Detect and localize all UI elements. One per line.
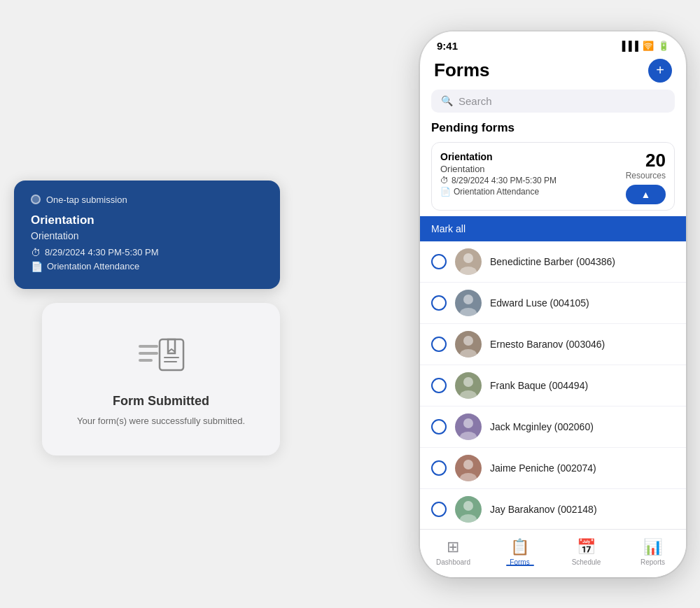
dashboard-nav-icon: ⊞ (447, 538, 459, 556)
status-bar: 9:41 ▐▐▐ 🛜 🔋 (420, 31, 686, 56)
signal-icon: ▐▐▐ (619, 41, 638, 51)
person-checkbox[interactable] (431, 337, 447, 352)
svg-rect-3 (160, 339, 183, 370)
page-title: Forms (434, 59, 489, 81)
person-name: Benedictine Barber (004386) (490, 256, 615, 267)
blue-dot-icon (31, 195, 41, 204)
status-icons: ▐▐▐ 🛜 🔋 (619, 41, 669, 51)
person-name: Jaime Peniche (002074) (490, 462, 596, 474)
reports-nav-label: Reports (640, 558, 665, 566)
person-item[interactable]: Benedictine Barber (004386) (420, 241, 686, 283)
svg-point-13 (460, 349, 477, 358)
svg-point-20 (463, 501, 473, 511)
reports-nav-icon: 📊 (643, 538, 662, 556)
collapse-button[interactable]: ▲ (626, 185, 666, 204)
schedule-nav-icon: 📅 (577, 538, 596, 556)
pending-card-title: Orientation (440, 151, 556, 162)
status-time: 9:41 (437, 40, 458, 52)
blue-card-datetime: 8/29/2024 4:30 PM-5:30 PM (45, 247, 159, 257)
search-bar[interactable]: 🔍 Search (431, 90, 675, 113)
wifi-icon: 🛜 (643, 41, 654, 51)
bottom-nav: ⊞ Dashboard 📋 Forms 📅 Schedule 📊 Reports (420, 529, 686, 577)
avatar (455, 248, 482, 275)
avatar (455, 290, 482, 316)
search-input[interactable]: Search (458, 95, 492, 107)
nav-item-schedule[interactable]: 📅 Schedule (553, 535, 620, 566)
person-list: Benedictine Barber (004386) Edward Luse … (420, 241, 686, 529)
svg-point-15 (460, 390, 477, 399)
submitted-card: Form Submitted Your form(s) were success… (42, 303, 280, 456)
nav-item-dashboard[interactable]: ⊞ Dashboard (420, 535, 486, 566)
pending-card-subtitle: Orientation (440, 164, 556, 174)
pending-card-doc-row: 📄 Orientation Attendance (440, 187, 556, 197)
pending-card-right: 20 Resources ▲ (626, 151, 666, 204)
nav-item-reports[interactable]: 📊 Reports (620, 535, 686, 566)
pending-section-label: Pending forms (420, 121, 686, 142)
avatar (455, 331, 482, 358)
pending-card-doc-label: Orientation Attendance (454, 187, 539, 197)
person-checkbox[interactable] (431, 254, 447, 269)
mark-all-label: Mark all (431, 223, 465, 234)
avatar (455, 496, 482, 523)
svg-point-9 (460, 267, 477, 275)
clock-icon: ⏱ (31, 247, 41, 258)
avatar (455, 413, 482, 440)
svg-point-21 (460, 514, 477, 523)
phone-header: Forms + (420, 56, 686, 90)
pending-clock-icon: ⏱ (440, 176, 449, 185)
person-name: Ernesto Baranov (003046) (490, 339, 605, 350)
person-name: Jay Barakanov (002148) (490, 504, 597, 515)
blue-card-doc-label: Orientation Attendance (47, 261, 139, 271)
blue-card-header-label: One-tap submission (46, 195, 127, 205)
forms-nav-icon: 📋 (510, 538, 529, 556)
person-name: Jack Mcginley (002060) (490, 421, 594, 432)
blue-card-header: One-tap submission (31, 195, 263, 205)
phone-content: Pending forms Orientation Orientation ⏱ … (420, 121, 686, 529)
mark-all-bar[interactable]: Mark all (420, 216, 686, 241)
phone-mockup: 9:41 ▐▐▐ 🛜 🔋 Forms + 🔍 Search (420, 31, 686, 577)
svg-point-14 (463, 377, 473, 387)
resources-label: Resources (626, 171, 666, 181)
svg-point-11 (460, 308, 477, 316)
svg-point-12 (463, 336, 473, 346)
submitted-title: Form Submitted (113, 394, 209, 409)
person-item[interactable]: Frank Baque (004494) (420, 365, 686, 406)
person-checkbox[interactable] (431, 460, 447, 476)
person-checkbox[interactable] (431, 295, 447, 311)
pending-card-left: Orientation Orientation ⏱ 8/29/2024 4:30… (440, 151, 556, 197)
submitted-icon (133, 331, 189, 383)
pending-card: Orientation Orientation ⏱ 8/29/2024 4:30… (431, 142, 675, 211)
svg-marker-5 (168, 339, 175, 352)
pending-card-datetime-row: ⏱ 8/29/2024 4:30 PM-5:30 PM (440, 176, 556, 185)
resources-count: 20 (626, 151, 666, 169)
phone: 9:41 ▐▐▐ 🛜 🔋 Forms + 🔍 Search (420, 31, 686, 577)
search-icon: 🔍 (441, 95, 453, 106)
blue-card-subtitle: Orientation (31, 230, 263, 241)
person-checkbox[interactable] (431, 378, 447, 393)
add-button[interactable]: + (648, 59, 672, 83)
svg-point-16 (463, 418, 473, 428)
blue-card-title: Orientation (31, 213, 263, 227)
blue-card-doc-row: 📄 Orientation Attendance (31, 261, 263, 272)
svg-point-17 (460, 432, 477, 440)
dashboard-nav-label: Dashboard (436, 558, 470, 566)
avatar (455, 372, 482, 399)
person-item[interactable]: Jaime Peniche (002074) (420, 448, 686, 489)
person-item[interactable]: Jay Barakanov (002148) (420, 489, 686, 529)
person-item[interactable]: Ernesto Baranov (003046) (420, 324, 686, 365)
pending-card-top: Orientation Orientation ⏱ 8/29/2024 4:30… (432, 143, 674, 210)
person-item[interactable]: Edward Luse (004105) (420, 283, 686, 324)
nav-item-forms[interactable]: 📋 Forms (486, 535, 553, 566)
person-name: Frank Baque (004494) (490, 380, 588, 391)
blue-card: One-tap submission Orientation Orientati… (14, 181, 280, 289)
svg-point-8 (463, 253, 473, 263)
svg-point-19 (460, 473, 477, 481)
submitted-subtitle: Your form(s) were successfully submitted… (77, 414, 245, 428)
svg-rect-0 (139, 345, 158, 348)
pending-doc-icon: 📄 (440, 187, 451, 197)
pending-card-datetime: 8/29/2024 4:30 PM-5:30 PM (451, 176, 556, 185)
person-item[interactable]: Jack Mcginley (002060) (420, 406, 686, 448)
person-checkbox[interactable] (431, 419, 447, 434)
person-checkbox[interactable] (431, 502, 447, 517)
schedule-nav-label: Schedule (572, 558, 601, 566)
